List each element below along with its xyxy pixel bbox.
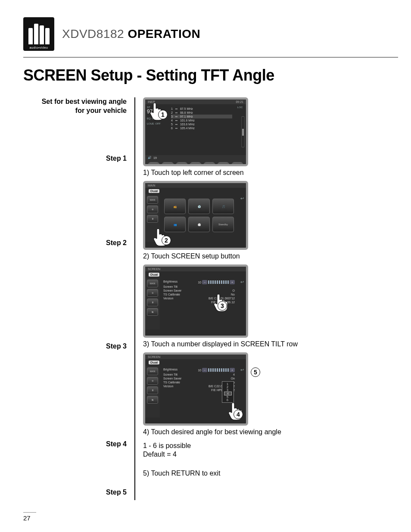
preset-row[interactable]: 6▪▪105.4 MHz <box>171 126 232 130</box>
callout-5: 5 <box>251 367 260 377</box>
loc-label: LOC <box>234 106 246 109</box>
tilt-range-note: 1 - 6 is possible <box>143 442 398 450</box>
caption-3: 3) Touch a number displayed in SCREEN TI… <box>143 340 398 348</box>
ss2-mode: MAIN <box>148 184 156 187</box>
preset-row[interactable]: 3▪▪97.1 MHz <box>171 115 232 118</box>
transport-button[interactable] <box>162 162 174 166</box>
callout-3: 3 <box>218 301 227 311</box>
ss3-mode: SCREEN <box>148 268 160 271</box>
screen-tilt-row[interactable]: Screen Tilt4 <box>162 373 236 376</box>
page-number: 27 <box>23 512 36 522</box>
brand-badge: Dual <box>149 273 159 277</box>
side-icon[interactable]: 🎚 <box>147 215 158 223</box>
tilt-option[interactable]: 6 <box>226 398 230 401</box>
brand-logo: audio•video <box>23 17 54 51</box>
step-4-label: Step 4 <box>106 440 127 449</box>
side-icon[interactable]: ⚙ <box>147 289 158 297</box>
screenshot-main-menu: MAIN Dual MAIN ⚙ 🎚 📻 💿 🎵 👥 <box>143 181 248 250</box>
preset-row[interactable]: 2▪▪88.8 MHz <box>171 111 232 115</box>
menu-aux-icon[interactable]: ⚪ <box>188 217 210 232</box>
ss1-mode: INER <box>148 100 155 103</box>
logo-bars <box>26 17 52 46</box>
transport-button[interactable] <box>148 162 160 166</box>
vertical-separator <box>134 97 135 500</box>
page-header: audio•video XDVD8182 OPERATION <box>23 17 398 58</box>
tilt-option[interactable]: 5 <box>226 395 230 398</box>
rewind-button[interactable]: ◄◄ <box>203 162 215 166</box>
menu-disc-icon[interactable]: 💿 <box>188 199 210 214</box>
scan-button[interactable]: SCAN <box>231 162 243 166</box>
tilt-option-selected[interactable]: 4 <box>224 392 232 395</box>
ss1-clock: 09:21 <box>236 100 243 103</box>
tilt-option[interactable]: 1 <box>226 383 230 386</box>
menu-ipod-icon[interactable]: 🎵 <box>212 199 234 214</box>
preset-row[interactable]: 1▪▪87.5 MHz <box>171 107 232 111</box>
logo-subtext: audio•video <box>30 46 48 49</box>
menu-radio-icon[interactable]: 📻 <box>164 199 186 214</box>
menu-av-icon[interactable]: 👥 <box>164 217 186 232</box>
prev-track-button[interactable]: ◄◄ <box>176 162 188 166</box>
standby-button[interactable]: Standby <box>212 217 234 232</box>
screen-saver-row[interactable]: Screen SaverO <box>162 289 236 292</box>
brand-badge: Dual <box>149 189 159 193</box>
side-panel: MAIN ⚙ 🎚 <box>145 194 160 242</box>
header-title: XDVD8182 OPERATION <box>62 27 200 41</box>
intro-text: Set for best viewing angle for your vehi… <box>23 97 127 115</box>
tilt-option[interactable]: 3 <box>226 389 230 392</box>
step-1-label: Step 1 <box>106 154 127 163</box>
brightness-row[interactable]: Brightness 10−+ <box>162 367 236 373</box>
main-button[interactable]: MAIN <box>147 196 158 204</box>
return-icon[interactable]: ↩ <box>238 278 246 330</box>
brightness-row[interactable]: Brightness 10−+ <box>162 280 236 285</box>
step-5-label: Step 5 <box>106 488 127 497</box>
version-row: VersionB/E C22.01.060712 <box>162 296 236 300</box>
return-icon[interactable]: ↩ <box>238 194 246 242</box>
screenshot-tilt-dropdown: SCREEN Dual MAIN ⚙ 🎚 ⇆ Brightness 10−+ <box>143 352 248 426</box>
step-2-label: Step 2 <box>106 239 127 248</box>
ss1-loud: LOUE :OFF <box>147 122 168 125</box>
preset-row[interactable]: 4▪▪101.6 MHz <box>171 118 232 122</box>
caption-5: 5) Touch RETURN to exit <box>143 470 398 477</box>
ss4-mode: SCREEN <box>148 355 160 358</box>
main-button[interactable]: MAIN <box>147 367 158 375</box>
scrollbar[interactable] <box>242 116 244 147</box>
callout-1: 1 <box>158 110 168 119</box>
brand-badge: Dual <box>149 361 159 364</box>
caption-1: 1) Touch top left corner of screen <box>143 169 398 177</box>
ts-calibrate-row[interactable]: TS CalibrateNo <box>162 292 236 296</box>
caption-2: 2) Touch SCREEN setup button <box>143 252 398 260</box>
forward-button[interactable]: ►► <box>217 162 229 166</box>
tilt-option[interactable]: 2 <box>226 386 230 389</box>
callout-4: 4 <box>234 410 243 419</box>
preset-row[interactable]: 5▪▪103.6 MHz <box>171 122 232 126</box>
next-track-button[interactable]: ►► <box>190 162 202 166</box>
side-icon[interactable]: 🎚 <box>147 386 158 394</box>
page-title: SCREEN Setup - Setting TFT Angle <box>23 66 398 84</box>
main-button[interactable]: MAIN <box>147 280 158 287</box>
callout-2: 2 <box>162 236 171 245</box>
model-number: XDVD8182 <box>62 27 124 40</box>
tilt-default-note: Default = 4 <box>143 451 398 458</box>
side-icon[interactable]: ⇆ <box>147 396 158 404</box>
caption-4: 4) Touch desired angle for best viewing … <box>143 428 398 436</box>
side-icon[interactable]: ⚙ <box>147 205 158 213</box>
screen-tilt-row[interactable]: Screen Tilt <box>162 285 236 289</box>
screen-saver-row[interactable]: Screen SaverOn <box>162 376 236 380</box>
volume-icon: 🔊 <box>148 156 152 159</box>
transport-bar: ◄◄ ►► ◄◄ ►► SCAN <box>145 160 246 166</box>
screenshot-screen-setup: SCREEN Dual MAIN ⚙ 🎚 ⇆ Brightness 10−+ <box>143 264 248 338</box>
tilt-dropdown[interactable]: 1 2 3 4 5 6 <box>222 381 234 403</box>
side-icon[interactable]: 🎚 <box>147 299 158 306</box>
screenshot-tuner: INER 09:21 ST 97. EQ :USER LOUE :OFF 1▪▪… <box>143 97 248 166</box>
side-icon[interactable]: ⇆ <box>147 308 158 316</box>
step-3-label: Step 3 <box>106 342 127 351</box>
operation-label: OPERATION <box>128 27 200 40</box>
side-icon[interactable]: ⚙ <box>147 377 158 385</box>
volume-value: 19 <box>153 156 157 159</box>
